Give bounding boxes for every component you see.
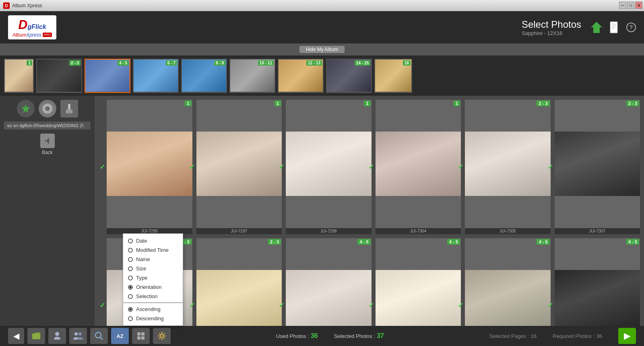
sort-date[interactable]: Date — [123, 236, 183, 245]
statusbar-right: Selected Pages : 16 Required Photos : 36… — [489, 328, 636, 344]
search-button[interactable] — [90, 328, 108, 344]
sort-az-button[interactable]: AZ — [111, 328, 129, 344]
close-button[interactable]: ✕ — [635, 2, 642, 9]
sort-dropdown: Date Modified Time Name Size Type Orient… — [123, 233, 183, 326]
sort-type[interactable]: Type — [123, 273, 183, 282]
photo-img-9 — [286, 238, 372, 326]
home-button[interactable] — [589, 20, 604, 35]
photo-img-1 — [107, 100, 192, 228]
back-label: Back — [42, 150, 53, 155]
strip-thumb-2[interactable]: 2 - 3 — [36, 59, 82, 93]
strip-badge-6: 10 - 11 — [258, 60, 274, 66]
photo-badge-8: 2 - 3 — [268, 239, 281, 245]
used-photos: Used Photos : 36 — [276, 332, 318, 340]
sort-selection[interactable]: Selection — [123, 292, 183, 301]
photo-cell-4[interactable]: ✓ 1 JUI-7304 — [376, 100, 461, 234]
photo-cell-1[interactable]: ✓ 1 JUI-7295 — [107, 100, 192, 234]
strip-thumb-1[interactable]: 1 — [4, 59, 34, 93]
photo-check-7: ✓ — [99, 301, 105, 310]
sort-ascending-radio — [128, 307, 133, 312]
photo-label-3: JUI-7298 — [320, 228, 337, 234]
photo-badge-9: 4 - 5 — [357, 239, 370, 245]
strip-thumb-3[interactable]: 4 - 5 — [85, 59, 130, 93]
sort-descending[interactable]: Descending — [123, 314, 183, 323]
strip-thumb-6[interactable]: 10 - 11 — [229, 59, 275, 93]
sort-modified-time[interactable]: Modified Time — [123, 245, 183, 255]
svg-rect-22 — [141, 336, 144, 340]
sort-modified-radio — [128, 248, 133, 253]
sort-ascending[interactable]: Ascending — [123, 305, 183, 314]
required-photos-value: 36 — [597, 333, 602, 339]
album-info: Sapphire - 12X18 — [522, 30, 581, 36]
photo-cell-11[interactable]: ✓ 4 - 5 JUI-7321 — [465, 238, 551, 326]
photo-badge-3: 1 — [364, 101, 370, 106]
strip-badge-2: 2 - 3 — [69, 60, 80, 66]
help-button[interactable]: ? — [626, 23, 636, 32]
photo-img-11 — [465, 238, 551, 326]
photo-label-2: JUI-7297 — [231, 228, 247, 234]
next-icon: ▶ — [624, 331, 631, 341]
svg-point-8 — [47, 108, 48, 109]
svg-rect-21 — [137, 336, 140, 340]
main-area: es on dgflick-05\wedding\WEDDING 2\ Back… — [0, 96, 644, 326]
sort-size-radio — [128, 266, 133, 271]
photo-img-3 — [286, 100, 372, 228]
page-button[interactable] — [608, 20, 622, 35]
photo-badge-2: 1 — [275, 101, 281, 106]
minimize-button[interactable]: ─ — [619, 2, 626, 9]
sort-date-radio — [128, 239, 133, 243]
strip-thumb-9[interactable]: 16 — [374, 59, 412, 93]
sort-name-label: Name — [136, 256, 150, 262]
photo-label-4: JUI-7304 — [410, 228, 426, 234]
sort-modified-label: Modified Time — [136, 247, 169, 253]
strip-thumb-7[interactable]: 12 - 13 — [278, 59, 324, 93]
photo-badge-6: 2 - 3 — [626, 101, 639, 106]
sort-size[interactable]: Size — [123, 264, 183, 273]
settings-button[interactable] — [153, 328, 171, 344]
group-person-button[interactable] — [69, 328, 87, 344]
strip-thumb-8[interactable]: 14 - 15 — [326, 59, 372, 93]
bookmark-icon-button[interactable] — [17, 100, 35, 117]
next-button[interactable]: ▶ — [618, 328, 636, 344]
back-button[interactable]: Back — [40, 134, 55, 155]
photo-cell-9[interactable]: ✓ 4 - 5 JUI-7312 — [286, 238, 372, 326]
svg-rect-1 — [610, 22, 617, 33]
sort-orientation[interactable]: Orientation — [123, 282, 183, 292]
usb-icon-button[interactable] — [60, 100, 78, 117]
layout-button[interactable] — [132, 328, 150, 344]
back-arrow-icon — [40, 134, 55, 148]
logo-pro: PRO — [43, 33, 52, 37]
prev-button[interactable]: ◀ — [8, 328, 24, 344]
disk-icon-button[interactable] — [39, 100, 56, 117]
window-controls[interactable]: ─ □ ✕ — [619, 2, 642, 9]
logo-d: D — [18, 17, 27, 32]
hide-album-button[interactable]: Hide My Album — [299, 46, 345, 53]
strip-thumb-4[interactable]: 6 - 7 — [133, 59, 179, 93]
strip-badge-7: 12 - 13 — [306, 60, 322, 66]
sort-name[interactable]: Name — [123, 255, 183, 264]
photo-cell-5[interactable]: ✓ 2 - 3 JUI-7305 — [465, 100, 551, 234]
photo-cell-2[interactable]: ✓ 1 JUI-7297 — [196, 100, 282, 234]
used-photos-value: 36 — [311, 332, 318, 339]
photo-cell-12[interactable]: ✓ 4 - 5 JUI-7323 — [555, 238, 640, 326]
logo-gflick: gFlick — [27, 23, 46, 31]
svg-point-28 — [159, 333, 160, 334]
photo-cell-6[interactable]: ✓ 2 - 3 JUI-7307 — [555, 100, 640, 234]
statusbar: ◀ AZ — [0, 326, 644, 346]
sort-type-radio — [128, 276, 133, 280]
svg-point-27 — [165, 336, 166, 337]
folder-button[interactable] — [27, 328, 45, 344]
required-photos-label: Required Photos : — [553, 333, 594, 339]
logo-album: Album — [12, 32, 26, 38]
prev-icon: ◀ — [13, 331, 19, 341]
svg-point-16 — [78, 332, 82, 336]
sort-type-label: Type — [136, 275, 147, 281]
single-person-button[interactable] — [48, 328, 66, 344]
svg-rect-4 — [612, 28, 615, 29]
maximize-button[interactable]: □ — [627, 2, 634, 9]
photo-cell-10[interactable]: ✓ 4 - 5 JUI-7318 — [376, 238, 461, 326]
photo-cell-8[interactable]: ✓ 2 - 3 JUI-7311 — [196, 238, 282, 326]
strip-thumb-5[interactable]: 8 - 9 — [181, 59, 227, 93]
photo-cell-3[interactable]: ✓ 1 JUI-7298 — [286, 100, 372, 234]
photo-img-8 — [196, 238, 282, 326]
